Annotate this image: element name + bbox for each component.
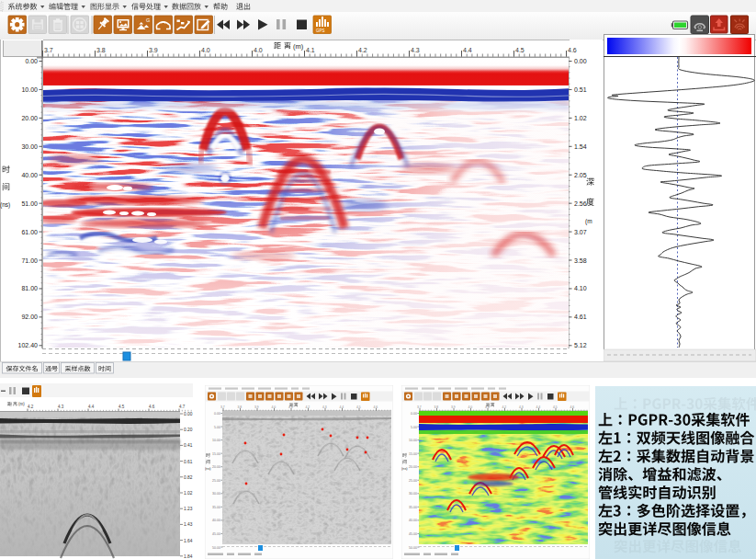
svg-text:4.4: 4.4 (88, 405, 95, 409)
svg-text:4.6: 4.6 (570, 405, 575, 409)
svg-text:GPS: GPS (316, 29, 325, 33)
svg-text:10.00: 10.00 (212, 439, 220, 442)
svg-text:1.02: 1.02 (184, 491, 193, 496)
svg-text:15.00: 15.00 (409, 452, 417, 456)
svg-text:4.1: 4.1 (306, 47, 315, 53)
svg-text:35.00: 35.00 (212, 506, 220, 509)
svg-text:4.2: 4.2 (502, 405, 507, 409)
svg-text:4.0: 4.0 (468, 405, 473, 409)
svg-text:4.4: 4.4 (340, 405, 344, 409)
svg-text:20.00: 20.00 (212, 465, 220, 469)
svg-text:(ns): (ns) (205, 467, 211, 471)
svg-text:0.00: 0.00 (411, 412, 417, 416)
svg-text:4.1: 4.1 (485, 405, 490, 409)
svg-text:30.00: 30.00 (409, 492, 417, 496)
svg-text:0.00: 0.00 (25, 58, 38, 64)
svg-text:0.41: 0.41 (184, 443, 193, 448)
svg-text:5.00: 5.00 (214, 426, 220, 429)
svg-text:4.3: 4.3 (58, 405, 64, 409)
svg-text:5.12: 5.12 (574, 342, 587, 348)
svg-text:4.61: 4.61 (574, 314, 587, 320)
svg-text:1.84: 1.84 (184, 554, 193, 559)
svg-text:(m): (m) (293, 42, 304, 51)
svg-text:102.40: 102.40 (18, 342, 39, 348)
svg-text:20.00: 20.00 (409, 465, 417, 469)
svg-text:4.6: 4.6 (149, 405, 155, 409)
svg-text:0.00: 0.00 (214, 412, 220, 416)
svg-text:4.2: 4.2 (358, 47, 367, 53)
svg-text:4.3: 4.3 (411, 47, 420, 53)
svg-text:4.0: 4.0 (254, 47, 263, 53)
svg-text:3.9: 3.9 (451, 405, 456, 409)
svg-text:71.00: 71.00 (21, 257, 38, 264)
svg-text:10.00: 10.00 (21, 86, 38, 93)
svg-text:30.00: 30.00 (21, 143, 38, 150)
svg-text:3.8: 3.8 (238, 405, 243, 409)
svg-text:3.7: 3.7 (417, 405, 422, 409)
svg-text:4.10: 4.10 (574, 285, 587, 291)
svg-text:1.64: 1.64 (184, 539, 193, 543)
svg-text:2.56: 2.56 (574, 200, 587, 207)
svg-text:4.0: 4.0 (272, 405, 276, 409)
svg-text:15.00: 15.00 (212, 452, 220, 456)
svg-text:0.20: 0.20 (184, 428, 193, 432)
svg-text:30.00: 30.00 (212, 492, 220, 496)
svg-text:(ns): (ns) (401, 467, 408, 471)
svg-text:4.5: 4.5 (553, 405, 558, 409)
svg-text:20.00: 20.00 (21, 115, 38, 121)
svg-text:3.7: 3.7 (44, 47, 53, 53)
svg-text:40.00: 40.00 (212, 519, 220, 522)
svg-text:G: G (146, 17, 150, 23)
svg-text:0.51: 0.51 (574, 86, 587, 93)
svg-text:4.4: 4.4 (463, 47, 472, 53)
svg-text:4.7: 4.7 (179, 405, 186, 409)
svg-text:45.00: 45.00 (409, 532, 417, 536)
svg-text:3.58: 3.58 (574, 257, 587, 264)
svg-text:0.00: 0.00 (574, 58, 587, 64)
svg-text:3.9: 3.9 (149, 47, 158, 53)
svg-text:4.5: 4.5 (515, 47, 525, 53)
svg-text:4.4: 4.4 (536, 405, 541, 409)
svg-text:4.6: 4.6 (568, 47, 577, 53)
svg-text:0.61: 0.61 (184, 460, 193, 464)
svg-text:4.2: 4.2 (306, 405, 310, 409)
svg-text:(m): (m) (18, 402, 25, 406)
svg-text:(ns): (ns) (0, 201, 10, 209)
svg-text:10.00: 10.00 (409, 439, 417, 442)
svg-text:4.5: 4.5 (118, 405, 125, 409)
svg-text:40.00: 40.00 (409, 519, 417, 522)
svg-text:2.05: 2.05 (574, 172, 587, 178)
svg-text:51.00: 51.00 (21, 200, 38, 207)
svg-text:4.2: 4.2 (28, 405, 34, 409)
svg-text:1.43: 1.43 (184, 522, 193, 527)
svg-text:50.00: 50.00 (409, 546, 417, 550)
svg-text:3.8: 3.8 (96, 47, 106, 53)
svg-text:4.1: 4.1 (288, 405, 293, 409)
svg-text:5.00: 5.00 (411, 426, 417, 429)
svg-text:1.54: 1.54 (574, 143, 587, 150)
svg-text:(m: (m (585, 218, 592, 225)
svg-text:92.00: 92.00 (21, 314, 38, 320)
svg-text:4.5: 4.5 (356, 405, 361, 409)
svg-text:25.00: 25.00 (212, 479, 220, 483)
svg-text:1.02: 1.02 (574, 115, 587, 121)
svg-text:1.23: 1.23 (184, 507, 193, 511)
svg-text:45.00: 45.00 (212, 532, 220, 536)
svg-text:3.7: 3.7 (220, 405, 225, 409)
svg-text:81.00: 81.00 (21, 285, 38, 291)
svg-text:25.00: 25.00 (409, 479, 417, 483)
svg-text:50.00: 50.00 (212, 546, 220, 550)
svg-text:40.00: 40.00 (21, 172, 38, 178)
svg-text:4.6: 4.6 (374, 405, 378, 409)
svg-text:61.00: 61.00 (21, 229, 38, 235)
svg-text:4.3: 4.3 (519, 405, 524, 409)
svg-text:4.0: 4.0 (201, 47, 210, 53)
svg-text:35.00: 35.00 (409, 506, 417, 509)
svg-text:0.82: 0.82 (184, 475, 193, 480)
svg-text:4.3: 4.3 (322, 405, 327, 409)
svg-text:3.07: 3.07 (574, 229, 587, 235)
svg-text:3.8: 3.8 (434, 405, 439, 409)
svg-text:3.9: 3.9 (254, 405, 259, 409)
svg-text:0.00: 0.00 (184, 412, 193, 416)
